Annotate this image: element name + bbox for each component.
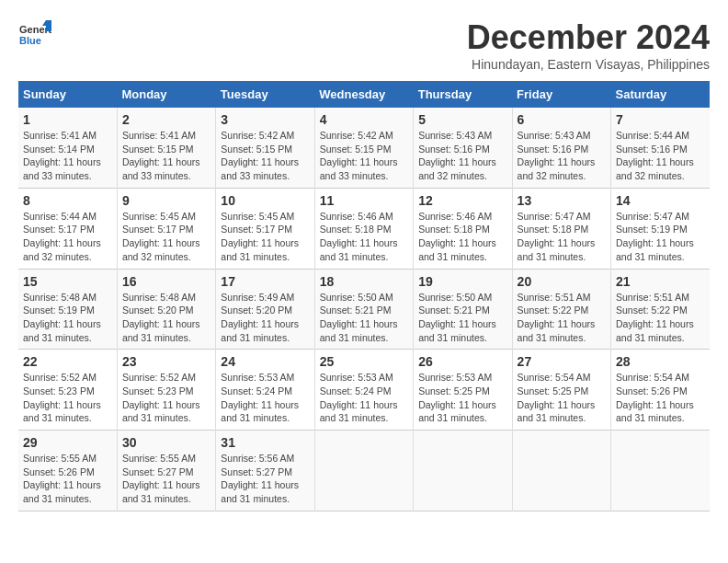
month-title: December 2024: [467, 18, 710, 57]
calendar-header-row: Sunday Monday Tuesday Wednesday Thursday…: [18, 81, 710, 108]
calendar-week-row: 22 Sunrise: 5:52 AM Sunset: 5:23 PM Dayl…: [18, 350, 710, 431]
day-detail: Sunrise: 5:50 AM Sunset: 5:21 PM Dayligh…: [320, 291, 408, 345]
table-row: 20 Sunrise: 5:51 AM Sunset: 5:22 PM Dayl…: [512, 269, 610, 350]
day-detail: Sunrise: 5:46 AM Sunset: 5:18 PM Dayligh…: [418, 210, 506, 264]
table-row: 23 Sunrise: 5:52 AM Sunset: 5:23 PM Dayl…: [117, 350, 215, 431]
col-wednesday: Wednesday: [314, 81, 413, 108]
day-detail: Sunrise: 5:48 AM Sunset: 5:19 PM Dayligh…: [23, 291, 112, 345]
day-number: 10: [221, 193, 309, 208]
table-row: 25 Sunrise: 5:53 AM Sunset: 5:24 PM Dayl…: [314, 350, 413, 431]
day-detail: Sunrise: 5:47 AM Sunset: 5:19 PM Dayligh…: [616, 210, 705, 264]
day-detail: Sunrise: 5:42 AM Sunset: 5:15 PM Dayligh…: [320, 129, 408, 183]
calendar-week-row: 29 Sunrise: 5:55 AM Sunset: 5:26 PM Dayl…: [18, 431, 710, 511]
table-row: [314, 431, 413, 511]
day-detail: Sunrise: 5:48 AM Sunset: 5:20 PM Dayligh…: [122, 291, 210, 345]
table-row: 13 Sunrise: 5:47 AM Sunset: 5:18 PM Dayl…: [512, 188, 610, 269]
col-saturday: Saturday: [611, 81, 710, 108]
day-number: 4: [320, 112, 408, 127]
day-number: 26: [418, 354, 506, 369]
svg-text:Blue: Blue: [19, 35, 41, 46]
calendar-week-row: 1 Sunrise: 5:41 AM Sunset: 5:14 PM Dayli…: [18, 108, 710, 188]
day-detail: Sunrise: 5:52 AM Sunset: 5:23 PM Dayligh…: [23, 371, 112, 425]
day-detail: Sunrise: 5:41 AM Sunset: 5:14 PM Dayligh…: [23, 129, 112, 183]
table-row: 31 Sunrise: 5:56 AM Sunset: 5:27 PM Dayl…: [216, 431, 314, 511]
table-row: [512, 431, 610, 511]
day-number: 21: [616, 274, 705, 289]
table-row: 22 Sunrise: 5:52 AM Sunset: 5:23 PM Dayl…: [18, 350, 117, 431]
day-detail: Sunrise: 5:56 AM Sunset: 5:27 PM Dayligh…: [221, 452, 309, 506]
day-number: 18: [320, 274, 408, 289]
day-number: 23: [122, 354, 210, 369]
table-row: 15 Sunrise: 5:48 AM Sunset: 5:19 PM Dayl…: [18, 269, 117, 350]
day-number: 28: [616, 354, 705, 369]
day-detail: Sunrise: 5:55 AM Sunset: 5:27 PM Dayligh…: [122, 452, 210, 506]
table-row: 9 Sunrise: 5:45 AM Sunset: 5:17 PM Dayli…: [117, 188, 215, 269]
day-detail: Sunrise: 5:55 AM Sunset: 5:26 PM Dayligh…: [23, 452, 112, 506]
day-detail: Sunrise: 5:54 AM Sunset: 5:25 PM Dayligh…: [518, 371, 606, 425]
table-row: 18 Sunrise: 5:50 AM Sunset: 5:21 PM Dayl…: [314, 269, 413, 350]
table-row: 28 Sunrise: 5:54 AM Sunset: 5:26 PM Dayl…: [611, 350, 710, 431]
calendar-week-row: 8 Sunrise: 5:44 AM Sunset: 5:17 PM Dayli…: [18, 188, 710, 269]
day-detail: Sunrise: 5:49 AM Sunset: 5:20 PM Dayligh…: [221, 291, 309, 345]
title-block: December 2024 Hinundayan, Eastern Visaya…: [467, 18, 710, 72]
day-detail: Sunrise: 5:52 AM Sunset: 5:23 PM Dayligh…: [122, 371, 210, 425]
table-row: 14 Sunrise: 5:47 AM Sunset: 5:19 PM Dayl…: [611, 188, 710, 269]
table-row: 1 Sunrise: 5:41 AM Sunset: 5:14 PM Dayli…: [18, 108, 117, 188]
day-detail: Sunrise: 5:44 AM Sunset: 5:16 PM Dayligh…: [616, 129, 705, 183]
table-row: 7 Sunrise: 5:44 AM Sunset: 5:16 PM Dayli…: [611, 108, 710, 188]
day-number: 5: [418, 112, 506, 127]
day-detail: Sunrise: 5:51 AM Sunset: 5:22 PM Dayligh…: [518, 291, 606, 345]
calendar-week-row: 15 Sunrise: 5:48 AM Sunset: 5:19 PM Dayl…: [18, 269, 710, 350]
table-row: 6 Sunrise: 5:43 AM Sunset: 5:16 PM Dayli…: [512, 108, 610, 188]
day-detail: Sunrise: 5:47 AM Sunset: 5:18 PM Dayligh…: [518, 210, 606, 264]
day-number: 13: [518, 193, 606, 208]
table-row: 8 Sunrise: 5:44 AM Sunset: 5:17 PM Dayli…: [18, 188, 117, 269]
table-row: 27 Sunrise: 5:54 AM Sunset: 5:25 PM Dayl…: [512, 350, 610, 431]
day-detail: Sunrise: 5:54 AM Sunset: 5:26 PM Dayligh…: [616, 371, 705, 425]
day-number: 15: [23, 274, 112, 289]
table-row: 17 Sunrise: 5:49 AM Sunset: 5:20 PM Dayl…: [216, 269, 314, 350]
table-row: 3 Sunrise: 5:42 AM Sunset: 5:15 PM Dayli…: [216, 108, 314, 188]
day-number: 20: [518, 274, 606, 289]
table-row: 24 Sunrise: 5:53 AM Sunset: 5:24 PM Dayl…: [216, 350, 314, 431]
day-number: 29: [23, 435, 112, 450]
page-header: General Blue December 2024 Hinundayan, E…: [18, 18, 710, 72]
day-number: 7: [616, 112, 705, 127]
table-row: 4 Sunrise: 5:42 AM Sunset: 5:15 PM Dayli…: [314, 108, 413, 188]
day-number: 16: [122, 274, 210, 289]
table-row: 30 Sunrise: 5:55 AM Sunset: 5:27 PM Dayl…: [117, 431, 215, 511]
day-number: 31: [221, 435, 309, 450]
table-row: 26 Sunrise: 5:53 AM Sunset: 5:25 PM Dayl…: [414, 350, 512, 431]
table-row: 21 Sunrise: 5:51 AM Sunset: 5:22 PM Dayl…: [611, 269, 710, 350]
day-detail: Sunrise: 5:46 AM Sunset: 5:18 PM Dayligh…: [320, 210, 408, 264]
day-detail: Sunrise: 5:43 AM Sunset: 5:16 PM Dayligh…: [518, 129, 606, 183]
table-row: [414, 431, 512, 511]
day-number: 8: [23, 193, 112, 208]
logo: General Blue: [18, 18, 51, 52]
table-row: [611, 431, 710, 511]
table-row: 2 Sunrise: 5:41 AM Sunset: 5:15 PM Dayli…: [117, 108, 215, 188]
col-thursday: Thursday: [414, 81, 512, 108]
day-number: 11: [320, 193, 408, 208]
day-detail: Sunrise: 5:53 AM Sunset: 5:25 PM Dayligh…: [418, 371, 506, 425]
location: Hinundayan, Eastern Visayas, Philippines: [467, 57, 710, 72]
calendar-table: Sunday Monday Tuesday Wednesday Thursday…: [18, 81, 710, 511]
day-detail: Sunrise: 5:51 AM Sunset: 5:22 PM Dayligh…: [616, 291, 705, 345]
day-number: 3: [221, 112, 309, 127]
day-number: 12: [418, 193, 506, 208]
day-number: 9: [122, 193, 210, 208]
day-detail: Sunrise: 5:43 AM Sunset: 5:16 PM Dayligh…: [418, 129, 506, 183]
day-detail: Sunrise: 5:45 AM Sunset: 5:17 PM Dayligh…: [122, 210, 210, 264]
table-row: 12 Sunrise: 5:46 AM Sunset: 5:18 PM Dayl…: [414, 188, 512, 269]
day-detail: Sunrise: 5:42 AM Sunset: 5:15 PM Dayligh…: [221, 129, 309, 183]
col-tuesday: Tuesday: [216, 81, 314, 108]
table-row: 19 Sunrise: 5:50 AM Sunset: 5:21 PM Dayl…: [414, 269, 512, 350]
day-number: 14: [616, 193, 705, 208]
day-number: 19: [418, 274, 506, 289]
day-number: 27: [518, 354, 606, 369]
day-number: 17: [221, 274, 309, 289]
day-detail: Sunrise: 5:50 AM Sunset: 5:21 PM Dayligh…: [418, 291, 506, 345]
logo-text: General Blue: [18, 18, 51, 52]
col-friday: Friday: [512, 81, 610, 108]
day-detail: Sunrise: 5:53 AM Sunset: 5:24 PM Dayligh…: [320, 371, 408, 425]
